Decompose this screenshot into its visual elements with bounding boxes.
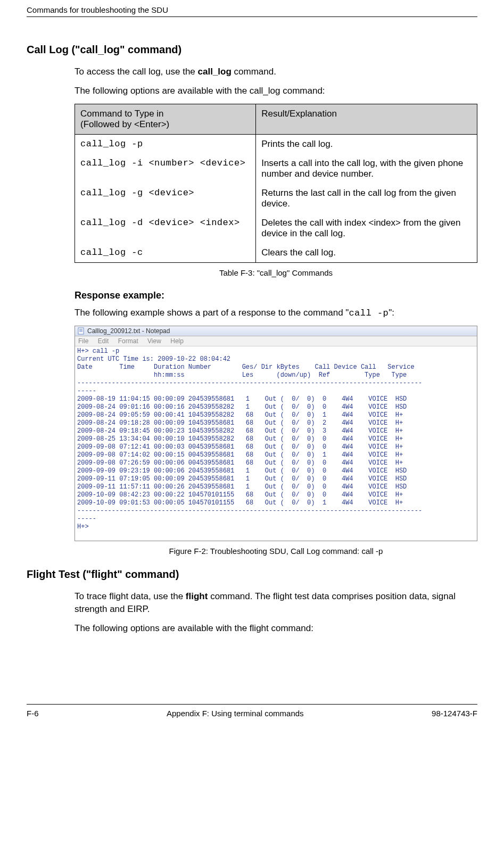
- text: To trace flight data, use the: [75, 591, 186, 601]
- text: command.: [232, 67, 276, 77]
- menu-help[interactable]: Help: [170, 337, 184, 345]
- menu-view[interactable]: View: [147, 337, 161, 345]
- page-footer: F-6 Appendix F: Using terminal commands …: [27, 704, 477, 728]
- desc-cell: Deletes the call with index <index> from…: [256, 213, 477, 243]
- flight-intro: To trace flight data, use the flight com…: [75, 590, 477, 616]
- desc-cell: Clears the call log.: [256, 243, 477, 263]
- section-flight-title: Flight Test ("flight" command): [27, 568, 477, 581]
- text: To access the call log, use the: [75, 67, 198, 77]
- call-log-options-intro: The following options are available with…: [75, 85, 477, 97]
- response-example-title: Response example:: [75, 290, 477, 301]
- th-command-line2: (Followed by <Enter>): [80, 119, 169, 129]
- desc-cell: Inserts a call into the call log, with t…: [256, 154, 477, 184]
- call-log-intro: To access the call log, use the call_log…: [75, 65, 477, 78]
- footer-left: F-6: [27, 709, 39, 718]
- flight-cmd-bold: flight: [186, 591, 208, 601]
- menu-edit[interactable]: Edit: [98, 337, 109, 345]
- cmd-cell: call_log -p: [75, 134, 256, 154]
- cmd-inline: call -p: [349, 308, 389, 318]
- th-command-line1: Command to Type in: [80, 109, 164, 119]
- notepad-menubar: File Edit Format View Help: [75, 336, 477, 346]
- text: The following example shows a part of a …: [75, 308, 349, 318]
- notepad-body: H+> call -p Current UTC Time is: 2009-10…: [75, 346, 477, 541]
- footer-center: Appendix F: Using terminal commands: [167, 709, 304, 718]
- desc-cell: Prints the call log.: [256, 134, 477, 154]
- table-row: call_log -g <device> Returns the last ca…: [75, 184, 477, 213]
- table-caption: Table F-3: "call_log" Commands: [75, 268, 477, 277]
- cmd-cell: call_log -c: [75, 243, 256, 263]
- running-header: Commands for troubleshooting the SDU: [27, 0, 477, 17]
- notepad-icon: [77, 327, 85, 335]
- menu-format[interactable]: Format: [118, 337, 138, 345]
- response-example-intro: The following example shows a part of a …: [75, 307, 477, 320]
- svg-rect-0: [78, 328, 84, 334]
- figure-caption: Figure F-2: Troubleshooting SDU, Call Lo…: [75, 546, 477, 556]
- desc-cell: Returns the last call in the call log fr…: [256, 184, 477, 213]
- notepad-window: Calllog_200912.txt - Notepad File Edit F…: [75, 326, 477, 541]
- cmd-cell: call_log -g <device>: [75, 184, 256, 213]
- text: ":: [389, 308, 394, 318]
- table-header-row: Command to Type in (Followed by <Enter>)…: [75, 104, 477, 134]
- table-row: call_log -d <device> <index> Deletes the…: [75, 213, 477, 243]
- menu-file[interactable]: File: [78, 337, 88, 345]
- call-log-cmd-bold: call_log: [198, 67, 232, 77]
- footer-right: 98-124743-F: [432, 709, 477, 718]
- notepad-title-text: Calllog_200912.txt - Notepad: [87, 327, 170, 335]
- table-row: call_log -c Clears the call log.: [75, 243, 477, 263]
- table-row: call_log -p Prints the call log.: [75, 134, 477, 154]
- th-result: Result/Explanation: [256, 104, 477, 134]
- notepad-titlebar: Calllog_200912.txt - Notepad: [75, 326, 477, 336]
- flight-options-intro: The following options are available with…: [75, 622, 477, 635]
- cmd-cell: call_log -d <device> <index>: [75, 213, 256, 243]
- call-log-table: Command to Type in (Followed by <Enter>)…: [75, 104, 477, 263]
- cmd-cell: call_log -i <number> <device>: [75, 154, 256, 184]
- table-row: call_log -i <number> <device> Inserts a …: [75, 154, 477, 184]
- section-call-log-title: Call Log ("call_log" command): [27, 44, 477, 56]
